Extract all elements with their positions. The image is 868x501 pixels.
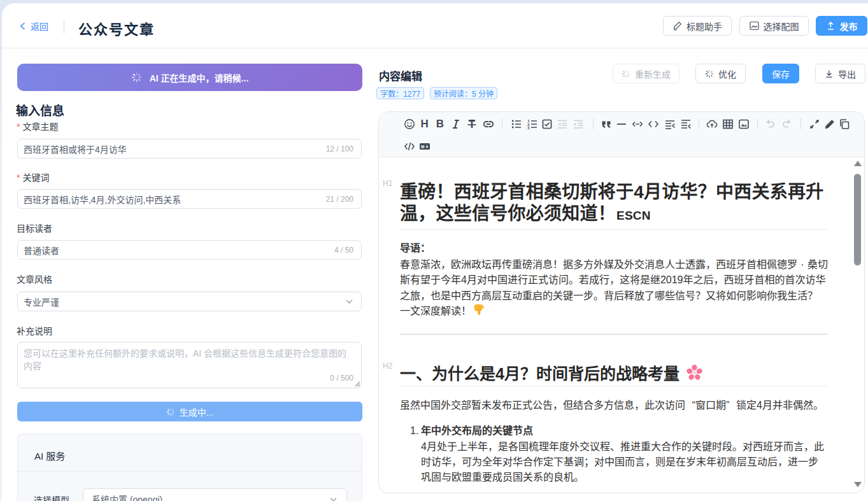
svg-text:M: M	[421, 144, 424, 148]
svg-text:3: 3	[527, 126, 530, 130]
